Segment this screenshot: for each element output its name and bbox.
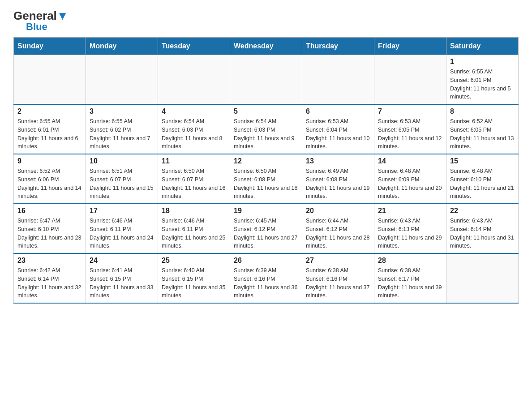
day-info: Sunrise: 6:38 AMSunset: 6:17 PMDaylight:… <box>378 266 442 300</box>
calendar-cell: 6Sunrise: 6:53 AMSunset: 6:04 PMDaylight… <box>302 104 374 154</box>
calendar-table: SundayMondayTuesdayWednesdayThursdayFrid… <box>13 37 519 304</box>
day-number: 8 <box>450 107 515 116</box>
day-info: Sunrise: 6:50 AMSunset: 6:08 PMDaylight:… <box>234 167 298 201</box>
calendar-cell: 12Sunrise: 6:50 AMSunset: 6:08 PMDayligh… <box>230 154 302 204</box>
calendar-cell: 2Sunrise: 6:55 AMSunset: 6:01 PMDaylight… <box>14 104 86 154</box>
day-info: Sunrise: 6:52 AMSunset: 6:06 PMDaylight:… <box>17 167 82 201</box>
day-number: 6 <box>306 107 370 116</box>
calendar-cell: 4Sunrise: 6:54 AMSunset: 6:03 PMDaylight… <box>158 104 230 154</box>
day-number: 22 <box>450 207 515 215</box>
calendar-cell: 21Sunrise: 6:43 AMSunset: 6:13 PMDayligh… <box>374 204 446 253</box>
calendar-header-row: SundayMondayTuesdayWednesdayThursdayFrid… <box>14 38 519 55</box>
calendar-week-row: 9Sunrise: 6:52 AMSunset: 6:06 PMDaylight… <box>14 154 519 204</box>
day-info: Sunrise: 6:50 AMSunset: 6:07 PMDaylight:… <box>162 167 226 201</box>
calendar-cell: 9Sunrise: 6:52 AMSunset: 6:06 PMDaylight… <box>14 154 86 204</box>
day-info: Sunrise: 6:46 AMSunset: 6:11 PMDaylight:… <box>90 217 154 250</box>
day-number: 25 <box>162 257 226 265</box>
day-number: 13 <box>306 157 370 165</box>
column-header-friday: Friday <box>374 38 446 55</box>
calendar-cell: 24Sunrise: 6:41 AMSunset: 6:15 PMDayligh… <box>86 253 158 303</box>
page-header: General▼ Blue <box>13 9 519 33</box>
day-info: Sunrise: 6:54 AMSunset: 6:03 PMDaylight:… <box>162 117 226 151</box>
calendar-cell: 23Sunrise: 6:42 AMSunset: 6:14 PMDayligh… <box>14 253 86 303</box>
calendar-week-row: 1Sunrise: 6:55 AMSunset: 6:01 PMDaylight… <box>14 55 519 105</box>
day-number: 4 <box>162 107 226 116</box>
calendar-cell <box>446 253 519 303</box>
calendar-cell <box>86 55 158 105</box>
calendar-cell: 16Sunrise: 6:47 AMSunset: 6:10 PMDayligh… <box>14 204 86 253</box>
day-number: 11 <box>162 157 226 165</box>
day-info: Sunrise: 6:48 AMSunset: 6:09 PMDaylight:… <box>378 167 442 201</box>
calendar-week-row: 23Sunrise: 6:42 AMSunset: 6:14 PMDayligh… <box>14 253 519 303</box>
logo-triangle-icon: ▼ <box>57 9 69 22</box>
column-header-tuesday: Tuesday <box>158 38 230 55</box>
day-number: 3 <box>90 107 154 116</box>
day-number: 17 <box>90 207 154 215</box>
day-info: Sunrise: 6:40 AMSunset: 6:15 PMDaylight:… <box>162 266 226 300</box>
day-info: Sunrise: 6:47 AMSunset: 6:10 PMDaylight:… <box>17 217 82 250</box>
day-info: Sunrise: 6:53 AMSunset: 6:04 PMDaylight:… <box>306 117 370 151</box>
calendar-cell: 5Sunrise: 6:54 AMSunset: 6:03 PMDaylight… <box>230 104 302 154</box>
day-info: Sunrise: 6:39 AMSunset: 6:16 PMDaylight:… <box>234 266 298 300</box>
day-number: 18 <box>162 207 226 215</box>
calendar-cell: 22Sunrise: 6:43 AMSunset: 6:14 PMDayligh… <box>446 204 519 253</box>
day-number: 23 <box>17 257 82 265</box>
day-info: Sunrise: 6:42 AMSunset: 6:14 PMDaylight:… <box>17 266 82 300</box>
calendar-cell: 13Sunrise: 6:49 AMSunset: 6:08 PMDayligh… <box>302 154 374 204</box>
column-header-monday: Monday <box>86 38 158 55</box>
calendar-cell: 27Sunrise: 6:38 AMSunset: 6:16 PMDayligh… <box>302 253 374 303</box>
day-number: 19 <box>234 207 298 215</box>
calendar-cell: 17Sunrise: 6:46 AMSunset: 6:11 PMDayligh… <box>86 204 158 253</box>
day-number: 24 <box>90 257 154 265</box>
day-info: Sunrise: 6:46 AMSunset: 6:11 PMDaylight:… <box>162 217 226 250</box>
day-number: 9 <box>17 157 82 165</box>
calendar-cell: 11Sunrise: 6:50 AMSunset: 6:07 PMDayligh… <box>158 154 230 204</box>
calendar-cell: 10Sunrise: 6:51 AMSunset: 6:07 PMDayligh… <box>86 154 158 204</box>
day-number: 12 <box>234 157 298 165</box>
day-number: 5 <box>234 107 298 116</box>
day-info: Sunrise: 6:45 AMSunset: 6:12 PMDaylight:… <box>234 217 298 250</box>
column-header-sunday: Sunday <box>14 38 86 55</box>
column-header-wednesday: Wednesday <box>230 38 302 55</box>
day-number: 16 <box>17 207 82 215</box>
day-info: Sunrise: 6:52 AMSunset: 6:05 PMDaylight:… <box>450 117 515 151</box>
calendar-cell: 20Sunrise: 6:44 AMSunset: 6:12 PMDayligh… <box>302 204 374 253</box>
day-number: 1 <box>450 58 515 66</box>
day-number: 26 <box>234 257 298 265</box>
logo-blue-text: Blue <box>26 21 47 33</box>
day-info: Sunrise: 6:49 AMSunset: 6:08 PMDaylight:… <box>306 167 370 201</box>
calendar-cell <box>14 55 86 105</box>
calendar-cell: 25Sunrise: 6:40 AMSunset: 6:15 PMDayligh… <box>158 253 230 303</box>
day-info: Sunrise: 6:38 AMSunset: 6:16 PMDaylight:… <box>306 266 370 300</box>
day-info: Sunrise: 6:43 AMSunset: 6:13 PMDaylight:… <box>378 217 442 250</box>
day-info: Sunrise: 6:55 AMSunset: 6:02 PMDaylight:… <box>90 117 154 151</box>
day-number: 15 <box>450 157 515 165</box>
day-number: 2 <box>17 107 82 116</box>
day-info: Sunrise: 6:54 AMSunset: 6:03 PMDaylight:… <box>234 117 298 151</box>
calendar-week-row: 2Sunrise: 6:55 AMSunset: 6:01 PMDaylight… <box>14 104 519 154</box>
calendar-cell: 28Sunrise: 6:38 AMSunset: 6:17 PMDayligh… <box>374 253 446 303</box>
calendar-cell: 8Sunrise: 6:52 AMSunset: 6:05 PMDaylight… <box>446 104 519 154</box>
column-header-thursday: Thursday <box>302 38 374 55</box>
calendar-week-row: 16Sunrise: 6:47 AMSunset: 6:10 PMDayligh… <box>14 204 519 253</box>
column-header-saturday: Saturday <box>446 38 519 55</box>
calendar-cell <box>230 55 302 105</box>
day-number: 28 <box>378 257 442 265</box>
day-info: Sunrise: 6:51 AMSunset: 6:07 PMDaylight:… <box>90 167 154 201</box>
day-info: Sunrise: 6:43 AMSunset: 6:14 PMDaylight:… <box>450 217 515 250</box>
logo: General▼ Blue <box>13 9 69 33</box>
day-number: 21 <box>378 207 442 215</box>
day-number: 20 <box>306 207 370 215</box>
calendar-cell: 14Sunrise: 6:48 AMSunset: 6:09 PMDayligh… <box>374 154 446 204</box>
calendar-cell <box>374 55 446 105</box>
calendar-cell <box>302 55 374 105</box>
day-info: Sunrise: 6:44 AMSunset: 6:12 PMDaylight:… <box>306 217 370 250</box>
day-info: Sunrise: 6:53 AMSunset: 6:05 PMDaylight:… <box>378 117 442 151</box>
calendar-cell: 1Sunrise: 6:55 AMSunset: 6:01 PMDaylight… <box>446 55 519 105</box>
calendar-cell: 7Sunrise: 6:53 AMSunset: 6:05 PMDaylight… <box>374 104 446 154</box>
calendar-cell: 26Sunrise: 6:39 AMSunset: 6:16 PMDayligh… <box>230 253 302 303</box>
day-number: 27 <box>306 257 370 265</box>
calendar-cell: 18Sunrise: 6:46 AMSunset: 6:11 PMDayligh… <box>158 204 230 253</box>
calendar-cell: 19Sunrise: 6:45 AMSunset: 6:12 PMDayligh… <box>230 204 302 253</box>
day-info: Sunrise: 6:55 AMSunset: 6:01 PMDaylight:… <box>17 117 82 151</box>
